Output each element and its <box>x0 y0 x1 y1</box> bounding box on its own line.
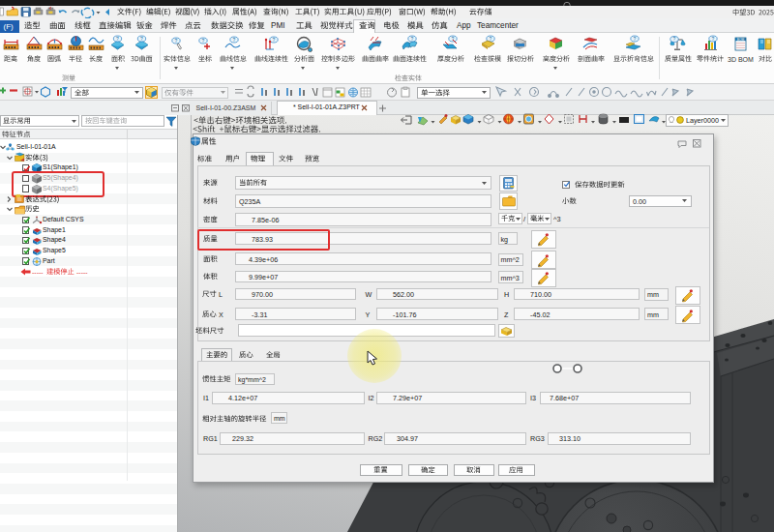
svg-text:?: ? <box>233 37 236 43</box>
svg-text:?: ? <box>411 36 414 42</box>
svg-text:?: ? <box>116 36 119 42</box>
svg-text:BOM: BOM <box>736 38 744 42</box>
svg-text:?: ? <box>272 37 275 43</box>
svg-text:?: ? <box>673 36 676 42</box>
svg-text:?: ? <box>140 36 143 42</box>
svg-text:?: ? <box>202 38 205 44</box>
svg-text:?: ? <box>711 36 714 42</box>
svg-text:?: ? <box>634 36 637 42</box>
svg-text:?: ? <box>489 36 491 42</box>
svg-text:?: ? <box>175 38 178 44</box>
